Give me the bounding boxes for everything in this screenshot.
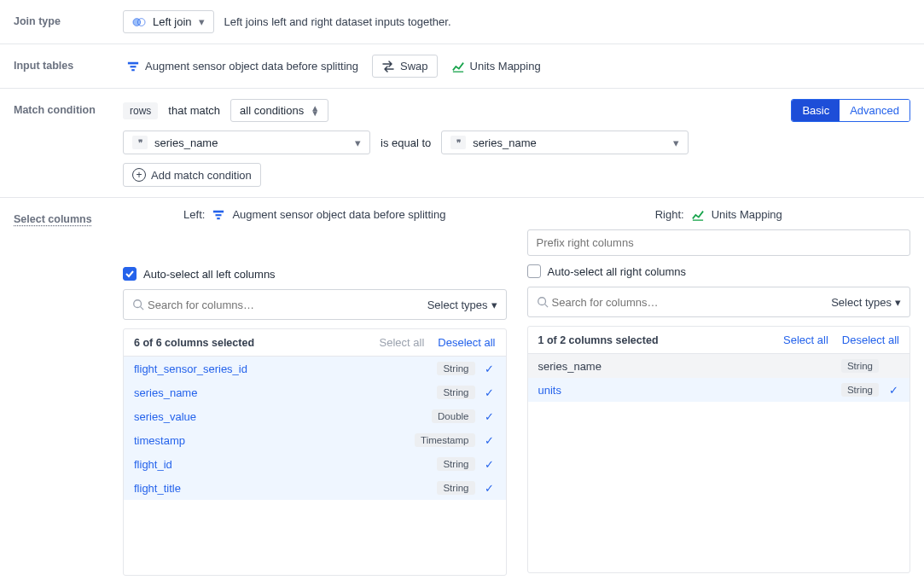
swap-button[interactable]: Swap xyxy=(372,55,438,78)
that-match-text: that match xyxy=(168,104,220,117)
check-icon: ✓ xyxy=(484,458,496,471)
add-match-condition-button[interactable]: + Add match condition xyxy=(123,163,261,187)
transform-icon xyxy=(212,209,225,221)
auto-select-right-label: Auto-select all right columns xyxy=(548,265,687,278)
right-columns-list: series_nameStringunitsString✓ xyxy=(528,354,910,572)
column-item[interactable]: unitsString✓ xyxy=(528,378,910,402)
auto-select-left-checkbox[interactable] xyxy=(123,267,137,281)
column-name[interactable]: flight_id xyxy=(134,458,428,471)
match-condition-label: Match condition xyxy=(14,99,123,116)
svg-rect-2 xyxy=(128,61,138,64)
column-name[interactable]: series_name xyxy=(538,360,833,373)
column-type-badge: String xyxy=(437,362,474,375)
column-item[interactable]: flight_titleString✓ xyxy=(124,476,506,500)
column-type-badge: String xyxy=(841,359,879,373)
match-left-field[interactable]: ❞ series_name ▾ xyxy=(123,131,370,154)
svg-point-9 xyxy=(134,300,142,308)
column-name[interactable]: timestamp xyxy=(134,434,406,447)
join-type-label: Join type xyxy=(14,10,123,27)
column-type-badge: String xyxy=(841,383,879,397)
svg-rect-7 xyxy=(216,214,222,216)
caret-down-icon: ▾ xyxy=(355,136,361,149)
left-search-input[interactable] xyxy=(144,293,427,316)
check-icon: ✓ xyxy=(887,384,899,397)
input-tables-label: Input tables xyxy=(14,55,123,72)
right-table-chip[interactable]: Units Mapping xyxy=(448,55,544,77)
right-deselect-all[interactable]: Deselect all xyxy=(842,334,899,346)
caret-down-icon: ▾ xyxy=(895,296,901,309)
check-icon: ✓ xyxy=(484,386,496,399)
right-search-input[interactable] xyxy=(549,291,832,314)
string-type-icon: ❞ xyxy=(132,136,148,149)
match-right-value: series_name xyxy=(473,136,536,149)
mode-basic[interactable]: Basic xyxy=(792,100,840,121)
column-name[interactable]: series_value xyxy=(134,410,423,423)
column-item[interactable]: flight_sensor_series_idString✓ xyxy=(124,357,506,380)
column-type-badge: String xyxy=(437,457,474,471)
join-type-value: Left join xyxy=(153,15,192,28)
left-table-chip[interactable]: Augment sensor object data before splitt… xyxy=(123,55,362,77)
plus-circle-icon: + xyxy=(132,168,146,182)
svg-rect-4 xyxy=(131,69,135,71)
svg-point-12 xyxy=(538,298,545,305)
right-table-name: Units Mapping xyxy=(470,60,541,73)
swap-label: Swap xyxy=(400,60,428,73)
select-columns-label: Select columns xyxy=(14,208,123,225)
left-select-all: Select all xyxy=(380,336,425,349)
match-right-field[interactable]: ❞ series_name ▾ xyxy=(441,131,689,154)
column-type-badge: String xyxy=(437,481,474,495)
mode-advanced[interactable]: Advanced xyxy=(840,100,909,121)
caret-down-icon: ▾ xyxy=(673,136,679,149)
svg-rect-3 xyxy=(131,66,137,67)
left-search[interactable]: Select types ▾ xyxy=(123,289,507,320)
column-name[interactable]: units xyxy=(538,384,833,397)
mode-toggle: Basic Advanced xyxy=(791,99,910,122)
svg-line-10 xyxy=(141,307,144,310)
right-count: 1 of 2 columns selected xyxy=(538,334,659,346)
right-header: Right: Units Mapping xyxy=(527,208,911,221)
prefix-right-input[interactable] xyxy=(527,229,911,256)
column-name[interactable]: series_name xyxy=(134,386,428,399)
add-match-label: Add match condition xyxy=(151,169,252,182)
sort-icon: ▲▼ xyxy=(311,106,319,116)
auto-select-right-checkbox[interactable] xyxy=(527,264,541,278)
check-icon: ✓ xyxy=(484,482,496,495)
left-header: Left: Augment sensor object data before … xyxy=(123,208,507,221)
right-search[interactable]: Select types ▾ xyxy=(527,287,911,317)
right-select-types[interactable]: Select types ▾ xyxy=(831,296,901,309)
caret-down-icon: ▾ xyxy=(199,15,205,28)
transform-icon xyxy=(126,61,140,73)
column-type-badge: Timestamp xyxy=(415,433,474,447)
svg-rect-6 xyxy=(213,210,224,212)
column-item[interactable]: series_valueDouble✓ xyxy=(124,404,506,428)
search-icon xyxy=(132,299,144,310)
left-count: 6 of 6 columns selected xyxy=(134,337,254,349)
match-left-value: series_name xyxy=(154,136,218,149)
check-icon: ✓ xyxy=(484,363,496,375)
swap-icon xyxy=(381,61,395,73)
rows-chip: rows xyxy=(123,102,158,119)
join-type-select[interactable]: Left join ▾ xyxy=(123,10,214,33)
column-item[interactable]: series_nameString✓ xyxy=(124,380,506,404)
auto-select-left-label: Auto-select all left columns xyxy=(143,268,276,281)
chart-icon xyxy=(451,61,465,73)
column-type-badge: String xyxy=(437,386,474,399)
column-item[interactable]: flight_idString✓ xyxy=(124,452,506,476)
match-operator-text: is equal to xyxy=(381,136,431,149)
column-item[interactable]: timestampTimestamp✓ xyxy=(124,428,506,452)
svg-point-0 xyxy=(133,18,141,26)
column-name[interactable]: flight_sensor_series_id xyxy=(134,363,428,375)
left-select-types[interactable]: Select types ▾ xyxy=(427,299,497,311)
left-deselect-all[interactable]: Deselect all xyxy=(438,336,495,349)
left-join-icon xyxy=(132,16,146,28)
chart-icon xyxy=(691,209,705,221)
svg-rect-8 xyxy=(218,218,221,219)
left-columns-list: flight_sensor_series_idString✓series_nam… xyxy=(124,357,506,575)
column-item[interactable]: series_nameString xyxy=(528,354,910,378)
check-icon xyxy=(125,270,134,278)
match-scope-select[interactable]: all conditions ▲▼ xyxy=(230,99,328,122)
join-type-description: Left joins left and right dataset inputs… xyxy=(224,15,451,28)
check-icon: ✓ xyxy=(484,434,496,447)
column-name[interactable]: flight_title xyxy=(134,482,428,495)
right-select-all[interactable]: Select all xyxy=(783,334,828,346)
